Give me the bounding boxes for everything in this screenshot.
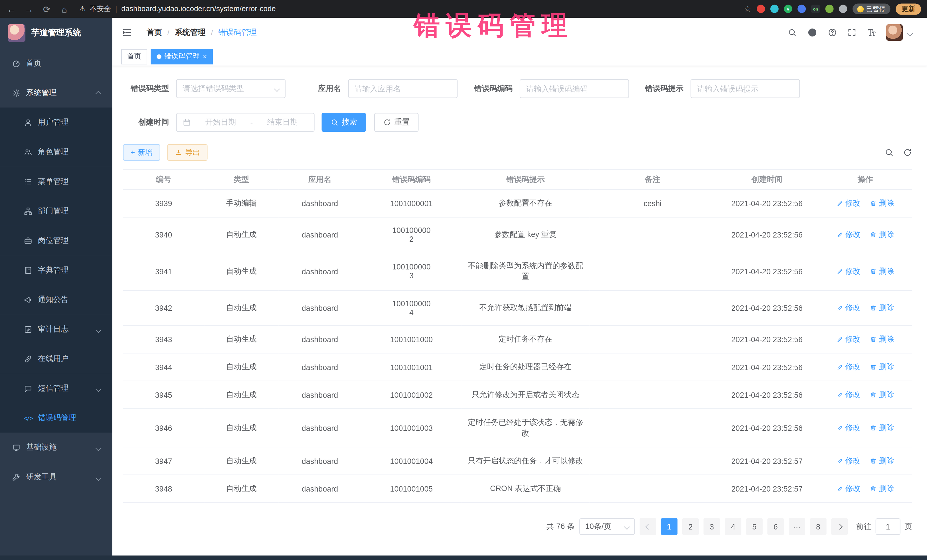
breadcrumb-system[interactable]: 系统管理: [175, 27, 206, 38]
sidebar-item-home[interactable]: 首页: [0, 49, 112, 78]
sidebar-item-sms-mgmt[interactable]: 短信管理: [0, 373, 112, 403]
page-button[interactable]: 4: [725, 518, 741, 535]
delete-link[interactable]: 删除: [870, 483, 894, 494]
page-button[interactable]: 8: [810, 518, 827, 535]
page-button[interactable]: 2: [682, 518, 699, 535]
delete-link[interactable]: 删除: [870, 266, 894, 276]
bookmark-star-icon[interactable]: ☆: [744, 4, 751, 14]
browser-back-icon[interactable]: ←: [6, 5, 17, 14]
github-icon[interactable]: [807, 27, 818, 38]
main-area: 首页 / 系统管理 / 错误码管理: [112, 18, 927, 560]
extension-teal-icon[interactable]: [770, 5, 779, 13]
hamburger-icon[interactable]: [122, 27, 132, 38]
toggle-search-icon[interactable]: [884, 148, 894, 157]
delete-link[interactable]: 删除: [870, 198, 894, 208]
delete-link[interactable]: 删除: [870, 390, 894, 400]
tag-home[interactable]: 首页: [121, 49, 147, 64]
pen-icon: [836, 485, 843, 492]
page-button[interactable]: 1: [661, 518, 678, 535]
edit-link[interactable]: 修改: [836, 483, 860, 494]
error-code-input[interactable]: [520, 79, 629, 98]
date-range-picker[interactable]: 开始日期 - 结束日期: [176, 113, 315, 132]
error-hint-input[interactable]: [690, 79, 800, 98]
paused-badge[interactable]: 已暂停: [853, 3, 891, 14]
browser-home-icon[interactable]: ⌂: [59, 5, 70, 14]
sidebar-item-post-mgmt[interactable]: 岗位管理: [0, 226, 112, 255]
edit-link[interactable]: 修改: [836, 229, 860, 240]
search-icon[interactable]: [787, 28, 797, 37]
close-icon[interactable]: ×: [203, 53, 207, 60]
update-button[interactable]: 更新: [896, 3, 921, 14]
font-size-icon[interactable]: [867, 28, 876, 37]
reset-button[interactable]: 重置: [374, 113, 418, 132]
browser-forward-icon[interactable]: →: [24, 5, 34, 14]
cell-msg: 只允许修改为开启或者关闭状态: [462, 381, 589, 408]
sidebar-item-notice[interactable]: 通知公告: [0, 285, 112, 314]
sidebar-item-infrastructure[interactable]: 基础设施: [0, 433, 112, 462]
extension-puzzle-icon[interactable]: [839, 5, 847, 13]
search-button[interactable]: 搜索: [322, 113, 366, 132]
sidebar-item-dict-mgmt[interactable]: 字典管理: [0, 255, 112, 285]
sidebar-item-label: 通知公告: [38, 294, 69, 305]
sidebar-item-label: 研发工具: [26, 472, 57, 482]
edit-link[interactable]: 修改: [836, 456, 860, 466]
delete-link[interactable]: 删除: [870, 334, 894, 344]
sidebar-item-role-mgmt[interactable]: 角色管理: [0, 137, 112, 167]
edit-link[interactable]: 修改: [836, 302, 860, 313]
fullscreen-icon[interactable]: [847, 28, 857, 37]
extension-on-badge-icon[interactable]: on: [811, 5, 820, 13]
more-pages-button[interactable]: ⋯: [789, 518, 805, 535]
edit-link[interactable]: 修改: [836, 266, 860, 276]
sidebar-item-user-mgmt[interactable]: 用户管理: [0, 108, 112, 137]
cell-ops: 修改 删除: [818, 189, 912, 217]
browser-reload-icon[interactable]: ⟳: [41, 5, 52, 14]
sidebar-item-system-mgmt[interactable]: 系统管理: [0, 78, 112, 108]
sidebar-item-menu-mgmt[interactable]: 菜单管理: [0, 167, 112, 196]
delete-link[interactable]: 删除: [870, 456, 894, 466]
cell-code: 1001001001: [362, 353, 462, 381]
sidebar-item-online-users[interactable]: 在线用户: [0, 344, 112, 373]
sidebar-item-error-code-mgmt[interactable]: </> 错误码管理: [0, 403, 112, 433]
page-button[interactable]: 5: [746, 518, 763, 535]
edit-link[interactable]: 修改: [836, 334, 860, 344]
edit-link[interactable]: 修改: [836, 423, 860, 433]
chevron-down-icon: [96, 443, 101, 452]
extension-grid-icon[interactable]: [798, 5, 806, 13]
sidebar-item-audit-log[interactable]: 审计日志: [0, 314, 112, 344]
briefcase-icon: [24, 236, 32, 245]
sidebar-item-dept-mgmt[interactable]: 部门管理: [0, 196, 112, 226]
page-button[interactable]: 3: [704, 518, 720, 535]
extension-red-icon[interactable]: [757, 5, 765, 13]
page-button[interactable]: 6: [767, 518, 784, 535]
address-bar[interactable]: ⚠ 不安全 | dashboard.yudao.iocoder.cn/syste…: [79, 4, 276, 14]
refresh-table-icon[interactable]: [903, 148, 912, 157]
delete-link[interactable]: 删除: [870, 423, 894, 433]
prev-page-button[interactable]: [640, 518, 656, 535]
next-page-button[interactable]: [831, 518, 848, 535]
sidebar-item-dev-tools[interactable]: 研发工具: [0, 462, 112, 492]
delete-link[interactable]: 删除: [870, 302, 894, 313]
edit-link[interactable]: 修改: [836, 390, 860, 400]
extension-leaf-icon[interactable]: [825, 5, 833, 13]
tag-error-code-mgmt[interactable]: 错误码管理 ×: [151, 49, 213, 64]
active-dot-icon: [157, 54, 161, 59]
chevron-down-icon[interactable]: [908, 28, 912, 37]
app-name-input[interactable]: [348, 79, 457, 98]
error-type-select[interactable]: 请选择错误码类型: [176, 79, 286, 98]
delete-link[interactable]: 删除: [870, 361, 894, 372]
page-size-select[interactable]: 10条/页: [579, 518, 635, 535]
export-button[interactable]: 导出: [167, 144, 208, 161]
add-button[interactable]: + 新增: [123, 144, 160, 161]
cell-app: dashboard: [278, 353, 362, 381]
screen: ← → ⟳ ⌂ ⚠ 不安全 | dashboard.yudao.iocoder.…: [0, 0, 927, 560]
edit-link[interactable]: 修改: [836, 198, 860, 208]
help-icon[interactable]: [828, 28, 837, 37]
paused-badge-label: 已暂停: [866, 5, 886, 14]
delete-link[interactable]: 删除: [870, 229, 894, 240]
cell-msg: 不允许获取敏感配置到前端: [462, 291, 589, 325]
extension-green-check-icon[interactable]: V: [784, 5, 792, 13]
breadcrumb-home[interactable]: 首页: [147, 27, 162, 38]
avatar[interactable]: [886, 24, 903, 41]
edit-link[interactable]: 修改: [836, 361, 860, 372]
goto-page-input[interactable]: [876, 518, 900, 535]
